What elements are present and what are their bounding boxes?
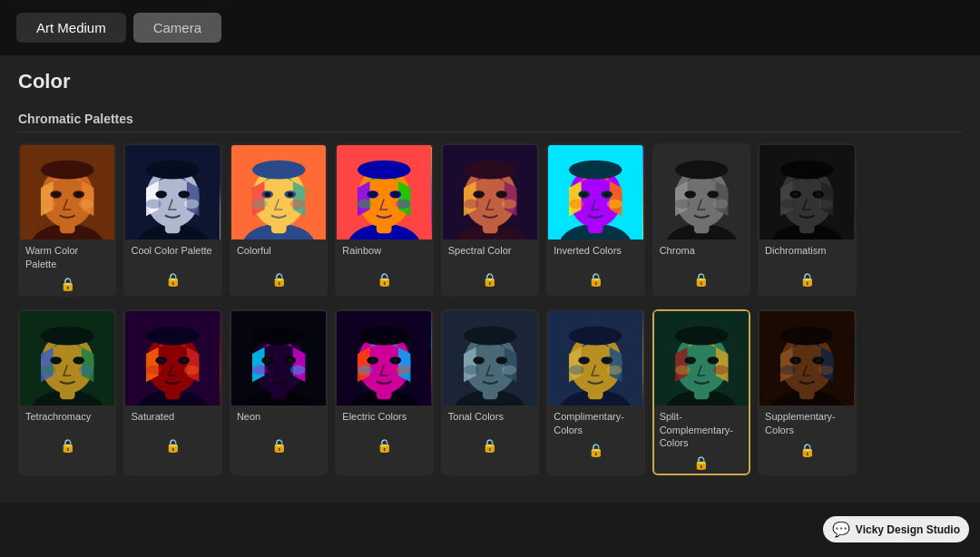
svg-point-139 (184, 366, 200, 375)
svg-point-221 (780, 327, 833, 346)
lock-icon-electric: 🔒 (337, 435, 431, 456)
lock-icon-saturated: 🔒 (125, 435, 220, 456)
portrait-bg-spectral (443, 145, 537, 239)
lock-icon-warm: 🔒 (20, 273, 114, 295)
svg-point-52 (393, 192, 398, 197)
portrait-bg-colorful (231, 145, 326, 239)
svg-point-40 (252, 200, 268, 209)
svg-point-51 (370, 192, 376, 197)
svg-point-167 (396, 366, 411, 375)
svg-point-192 (604, 358, 610, 363)
card-rainbow[interactable]: Rainbow🔒 (335, 143, 433, 297)
card-inverted[interactable]: Inverted Colors🔒 (546, 143, 644, 297)
art-medium-button[interactable]: Art Medium (16, 13, 126, 43)
svg-point-205 (687, 358, 692, 363)
svg-point-135 (159, 358, 164, 363)
lock-icon-inverted: 🔒 (548, 269, 642, 290)
card-label-colorful: Colorful (231, 239, 326, 269)
card-label-spectral: Spectral Color (443, 239, 537, 269)
card-label-rainbow: Rainbow (337, 239, 431, 269)
svg-point-138 (146, 366, 162, 375)
card-split[interactable]: Split-Complementary-Colors🔒 (652, 309, 750, 475)
svg-point-81 (569, 161, 622, 180)
svg-point-137 (146, 327, 199, 346)
portrait-colorful (231, 145, 326, 239)
card-label-saturated: Saturated (125, 406, 220, 435)
card-label-neon: Neon (231, 406, 326, 435)
lock-icon-chroma: 🔒 (654, 269, 749, 290)
svg-point-38 (288, 192, 293, 197)
svg-point-153 (290, 366, 306, 375)
card-label-electric: Electric Colors (337, 406, 431, 435)
card-label-tetra: Tetrachromacy (20, 406, 114, 435)
lock-icon-comp: 🔒 (548, 439, 642, 461)
svg-point-207 (675, 327, 728, 346)
card-comp[interactable]: Complimentary-Colors🔒 (546, 309, 644, 475)
lock-icon-split: 🔒 (654, 452, 749, 474)
card-tonal[interactable]: Tonal Colors🔒 (441, 309, 539, 475)
portrait-inverted (548, 145, 642, 239)
card-electric[interactable]: Electric Colors🔒 (335, 309, 433, 475)
svg-point-9 (54, 192, 59, 197)
card-label-dichro: Dichromatism (760, 239, 854, 269)
svg-point-66 (498, 192, 504, 197)
card-colorful[interactable]: Colorful🔒 (230, 143, 328, 297)
portrait-bg-tonal (443, 311, 537, 406)
portrait-chroma (654, 145, 749, 239)
camera-button[interactable]: Camera (133, 13, 221, 43)
svg-point-79 (582, 192, 587, 197)
watermark-text: Vicky Design Studio (856, 523, 960, 536)
watermark: 💬 Vicky Design Studio (823, 516, 969, 542)
svg-point-165 (358, 327, 410, 346)
svg-point-65 (475, 192, 481, 197)
svg-point-39 (252, 161, 305, 180)
card-tetra[interactable]: Tetrachromacy🔒 (18, 309, 116, 475)
portrait-bg-rainbow (337, 145, 431, 239)
svg-point-149 (264, 358, 270, 363)
svg-point-41 (290, 200, 306, 209)
portrait-bg-dichro (760, 145, 854, 239)
svg-point-178 (498, 358, 504, 363)
card-label-suppl: Supplementary-Colors (760, 406, 854, 439)
portrait-electric (337, 311, 431, 406)
card-saturated[interactable]: Saturated🔒 (123, 309, 221, 475)
svg-point-164 (393, 358, 398, 363)
svg-point-136 (181, 358, 187, 363)
lock-icon-cool: 🔒 (125, 269, 220, 290)
top-navigation: Art Medium Camera (0, 0, 980, 55)
svg-point-222 (780, 366, 796, 375)
lock-icon-tonal: 🔒 (443, 435, 537, 456)
svg-point-97 (712, 200, 728, 209)
svg-point-69 (502, 200, 517, 209)
card-spectral[interactable]: Spectral Color🔒 (441, 143, 539, 297)
card-suppl[interactable]: Supplementary-Colors🔒 (758, 309, 856, 475)
portrait-bg-comp (548, 311, 642, 406)
svg-point-96 (675, 200, 691, 209)
portrait-tonal (443, 311, 537, 406)
svg-point-220 (816, 358, 821, 363)
svg-point-124 (41, 366, 56, 375)
svg-point-110 (780, 200, 796, 209)
card-chroma[interactable]: Chroma🔒 (652, 143, 750, 297)
svg-point-166 (358, 366, 373, 375)
portrait-spectral (443, 145, 537, 239)
lock-icon-neon: 🔒 (231, 435, 326, 456)
card-label-chroma: Chroma (654, 239, 749, 269)
svg-point-177 (475, 358, 481, 363)
portrait-suppl (760, 311, 854, 406)
svg-point-195 (607, 366, 622, 375)
svg-point-68 (464, 200, 479, 209)
svg-point-23 (159, 192, 164, 197)
svg-point-206 (710, 358, 715, 363)
svg-point-25 (146, 161, 199, 180)
svg-point-152 (252, 366, 268, 375)
svg-point-93 (687, 192, 692, 197)
portrait-saturated (125, 311, 220, 406)
card-cool[interactable]: Cool Color Palette🔒 (123, 143, 221, 297)
card-warm[interactable]: Warm Color Palette🔒 (18, 143, 116, 297)
card-dichro[interactable]: Dichromatism🔒 (758, 143, 856, 297)
svg-point-13 (79, 200, 94, 209)
card-neon[interactable]: Neon🔒 (230, 309, 328, 475)
svg-point-208 (675, 366, 691, 375)
svg-point-10 (76, 192, 82, 197)
